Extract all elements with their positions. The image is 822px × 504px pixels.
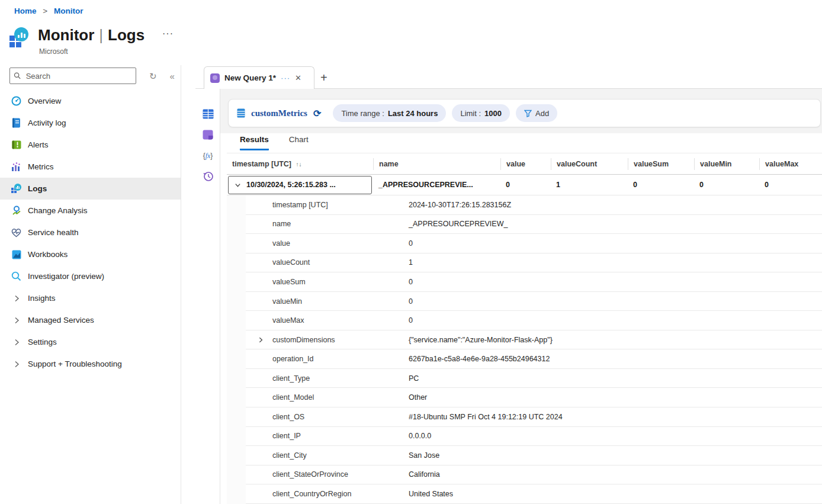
sidebar-item-investigator[interactable]: Investigator (preview) (0, 265, 181, 287)
sidebar-item-metrics[interactable]: Metrics (0, 156, 181, 178)
sidebar-item-label: Workbooks (28, 250, 68, 259)
detail-value: 0 (409, 239, 413, 248)
page-title-pipe: | (99, 26, 103, 44)
service-health-icon (11, 227, 21, 237)
detail-value: 0.0.0.0 (409, 432, 431, 440)
chevron-right-icon[interactable] (258, 335, 264, 345)
sidebar-item-change-analysis[interactable]: Change Analysis (0, 200, 181, 221)
search-input[interactable] (25, 71, 132, 81)
chevron-right-icon (11, 337, 21, 347)
run-refresh-icon[interactable]: ⟳ (313, 108, 321, 119)
monitor-logo-icon (9, 27, 32, 50)
tab-close-icon[interactable]: ✕ (295, 73, 301, 82)
breadcrumb-home-link[interactable]: Home (14, 7, 37, 15)
row-valuemax: 0 (759, 181, 822, 189)
sidebar-item-label: Investigator (preview) (28, 272, 104, 281)
workbooks-icon (11, 249, 21, 259)
detail-key: customDimensions (272, 336, 409, 344)
alerts-icon (11, 140, 21, 150)
detail-row: client_Type PC (227, 369, 822, 389)
metrics-icon (11, 162, 21, 172)
detail-row: client_IP 0.0.0.0 (227, 427, 822, 447)
sidebar-item-overview[interactable]: Overview (0, 90, 181, 112)
detail-row: client_OS #18-Ubuntu SMP Fri Oct 4 19:12… (227, 407, 822, 427)
column-header-valuecount[interactable]: valueCount (551, 158, 628, 170)
sidebar-item-insights[interactable]: Insights (0, 287, 181, 309)
sidebar-item-label: Activity log (28, 118, 66, 127)
logs-icon (11, 184, 21, 194)
functions-panel-icon[interactable]: {fx} (201, 149, 214, 162)
timestamp-cell-selected[interactable]: 10/30/2024, 5:26:15.283 ... (228, 176, 372, 194)
collapse-sidebar-icon[interactable]: « (170, 72, 175, 81)
time-range-value: Last 24 hours (388, 109, 438, 118)
activity-log-icon (11, 118, 21, 128)
query-editor-bar[interactable]: customMetrics ⟳ Time range : Last 24 hou… (228, 99, 821, 127)
sidebar-item-service-health[interactable]: Service health (0, 221, 181, 243)
detail-key: timestamp [UTC] (272, 201, 409, 209)
kql-query-icon (210, 73, 220, 83)
time-range-pill[interactable]: Time range : Last 24 hours (333, 104, 446, 122)
sidebar-item-settings[interactable]: Settings (0, 331, 181, 353)
tab-label: New Query 1* (224, 73, 276, 82)
kql-table-name[interactable]: customMetrics (251, 108, 307, 118)
detail-value: 0 (409, 316, 413, 325)
page-more-button[interactable]: ··· (162, 28, 174, 39)
chevron-down-icon[interactable] (234, 181, 241, 188)
column-header-timestamp[interactable]: timestamp [UTC] ↑↓ (227, 158, 373, 170)
time-range-label: Time range : (341, 109, 384, 118)
limit-pill[interactable]: Limit : 1000 (452, 104, 510, 122)
query-history-icon[interactable] (201, 169, 214, 182)
sidebar-item-alerts[interactable]: Alerts (0, 134, 181, 156)
sidebar-item-logs[interactable]: Logs (0, 178, 181, 200)
column-header-label: valueMin (700, 160, 732, 168)
sidebar-item-label: Service health (28, 228, 79, 237)
new-tab-button[interactable]: + (320, 71, 327, 85)
sidebar-item-activity-log[interactable]: Activity log (0, 112, 181, 134)
sort-arrows-icon[interactable]: ↑↓ (296, 161, 302, 168)
tab-chart[interactable]: Chart (289, 135, 309, 150)
sidebar-item-label: Managed Services (28, 316, 94, 325)
sidebar-item-label: Support + Troubleshooting (28, 359, 122, 368)
detail-key: client_OS (272, 413, 409, 421)
column-header-valuemax[interactable]: valueMax (759, 158, 822, 170)
detail-value: 1 (409, 258, 413, 267)
detail-key: client_StateOrProvince (272, 470, 409, 479)
detail-key: valueMin (272, 297, 409, 306)
add-filter-pill[interactable]: Add (516, 104, 557, 122)
sidebar-item-workbooks[interactable]: Workbooks (0, 243, 181, 265)
table-row[interactable]: 10/30/2024, 5:26:15.283 ... _APPRESOURCE… (227, 175, 822, 195)
queries-panel-icon[interactable] (201, 128, 214, 141)
page-title: Monitor|Logs (38, 26, 145, 44)
search-box[interactable] (9, 68, 136, 84)
results-table: timestamp [UTC] ↑↓ name value valueCount… (227, 153, 822, 195)
detail-value: #18-Ubuntu SMP Fri Oct 4 19:12:19 UTC 20… (409, 413, 563, 421)
sidebar-item-label: Change Analysis (28, 206, 88, 215)
tab-new-query-1[interactable]: New Query 1* ··· ✕ (204, 66, 314, 89)
detail-key: value (272, 239, 409, 248)
column-header-name[interactable]: name (373, 158, 500, 170)
detail-row-custom-dimensions: customDimensions {"service.name":"Azure-… (227, 330, 822, 350)
detail-row: valueCount 1 (227, 253, 822, 273)
column-header-valuemin[interactable]: valueMin (694, 158, 759, 170)
row-valuesum: 0 (628, 181, 694, 189)
breadcrumb-monitor-link[interactable]: Monitor (54, 7, 84, 15)
detail-row: operation_Id 6267ba1e-c5a8-4e6e-9a28-455… (227, 349, 822, 369)
chevron-right-icon (11, 315, 21, 325)
sidebar-item-support-troubleshooting[interactable]: Support + Troubleshooting (0, 353, 181, 375)
tables-panel-icon[interactable] (201, 107, 214, 120)
breadcrumb-separator: > (43, 7, 47, 15)
column-header-valuesum[interactable]: valueSum (628, 158, 694, 170)
sidebar-item-managed-services[interactable]: Managed Services (0, 309, 181, 331)
page-title-primary: Monitor (38, 26, 94, 44)
detail-key: name (272, 220, 409, 228)
row-name: _APPRESOURCEPREVIE... (373, 181, 500, 189)
detail-row: client_Model Other (227, 388, 822, 407)
detail-value: United States (409, 490, 453, 498)
filter-funnel-icon (524, 110, 532, 117)
tab-more-icon[interactable]: ··· (281, 73, 290, 82)
refresh-icon[interactable]: ↻ (149, 72, 157, 81)
column-header-value[interactable]: value (500, 158, 551, 170)
tab-results[interactable]: Results (240, 135, 269, 150)
detail-row: valueSum 0 (227, 272, 822, 292)
detail-value: PC (409, 374, 419, 383)
